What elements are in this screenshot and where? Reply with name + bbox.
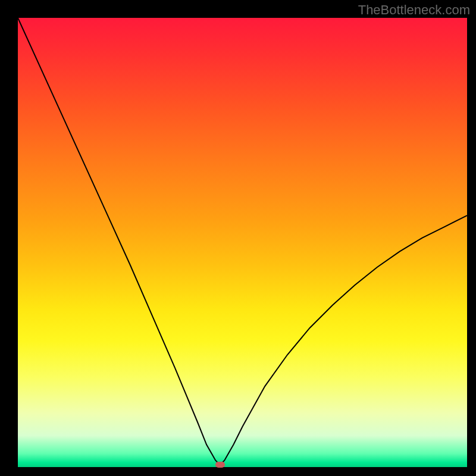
watermark-text: TheBottleneck.com (358, 2, 470, 18)
bottleneck-curve (18, 18, 467, 467)
optimal-point-marker (215, 462, 225, 468)
chart-plot-area (18, 18, 467, 467)
